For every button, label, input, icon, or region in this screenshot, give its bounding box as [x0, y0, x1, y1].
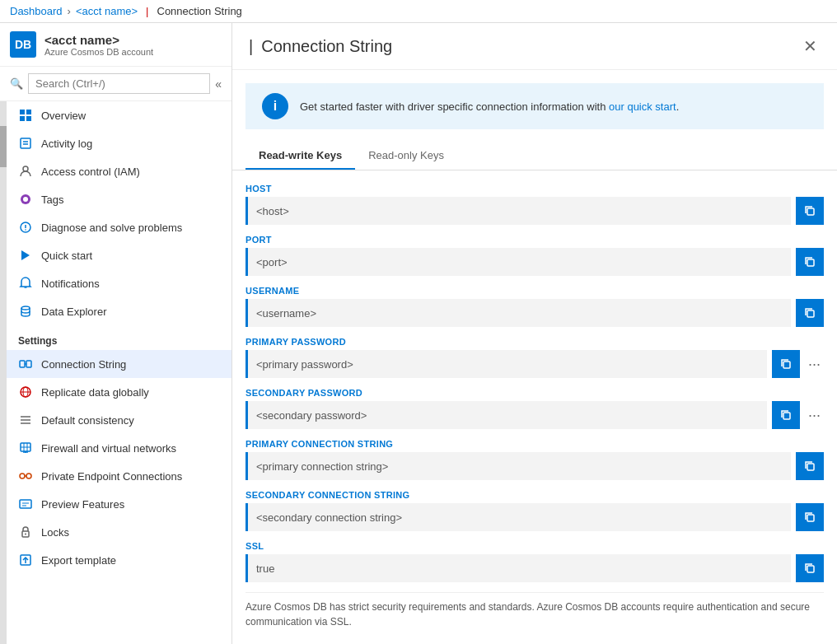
sidebar-item-export-label: Export template: [41, 554, 116, 567]
copy-button-username[interactable]: [796, 299, 824, 327]
export-icon: [18, 553, 33, 567]
copy-button-ssl[interactable]: [796, 554, 824, 582]
iam-icon: [18, 164, 33, 179]
sidebar-item-locks-label: Locks: [41, 526, 69, 539]
sidebar-item-firewall[interactable]: Firewall and virtual networks: [7, 434, 231, 462]
sidebar-item-replicate[interactable]: Replicate data globally: [7, 378, 231, 406]
svg-rect-46: [807, 464, 814, 470]
sidebar-item-firewall-label: Firewall and virtual networks: [41, 442, 176, 455]
svg-rect-44: [783, 362, 790, 368]
tab-read-write[interactable]: Read-write Keys: [245, 142, 355, 170]
sidebar-item-activity-log-label: Activity log: [41, 138, 92, 150]
search-input[interactable]: [28, 73, 210, 94]
tab-read-only[interactable]: Read-only Keys: [355, 142, 457, 170]
sidebar-item-quickstart[interactable]: Quick start: [7, 241, 231, 269]
breadcrumb-divider: |: [146, 5, 148, 17]
close-button[interactable]: ✕: [800, 33, 821, 59]
copy-button-secondary-password[interactable]: [772, 401, 800, 429]
preview-icon: [18, 497, 33, 511]
info-bar: i Get started faster with driver specifi…: [245, 83, 824, 129]
sidebar-item-consistency[interactable]: Default consistency: [7, 406, 231, 434]
field-row-secondary-connection-string: [245, 503, 824, 531]
collapse-icon[interactable]: «: [215, 77, 222, 91]
copy-button-host[interactable]: [796, 197, 824, 225]
settings-section-label: Settings: [7, 325, 231, 350]
breadcrumb-dashboard[interactable]: Dashboard: [10, 5, 63, 17]
sidebar-item-connection-string[interactable]: Connection String: [7, 350, 231, 378]
field-label-secondary-connection-string: SECONDARY CONNECTION STRING: [245, 490, 824, 500]
sidebar-item-diagnose[interactable]: Diagnose and solve problems: [7, 213, 231, 241]
search-icon: 🔍: [10, 77, 23, 90]
sidebar-item-notifications[interactable]: Notifications: [7, 269, 231, 297]
field-label-primary-password: PRIMARY PASSWORD: [245, 337, 824, 347]
sidebar-item-iam[interactable]: Access control (IAM): [7, 157, 231, 185]
field-group-primary-password: PRIMARY PASSWORD···: [245, 337, 824, 378]
quickstart-link[interactable]: our quick start: [609, 100, 676, 113]
sidebar-item-export[interactable]: Export template: [7, 546, 231, 574]
more-button-primary-password[interactable]: ···: [805, 356, 824, 373]
breadcrumb-sep1: ›: [68, 5, 71, 17]
field-label-username: USERNAME: [245, 286, 824, 296]
sidebar-item-overview[interactable]: Overview: [7, 101, 231, 129]
quickstart-icon: [18, 248, 33, 263]
svg-rect-43: [807, 310, 814, 317]
svg-point-12: [25, 229, 26, 231]
info-icon: i: [262, 93, 288, 119]
field-row-secondary-password: ···: [245, 401, 824, 429]
sidebar-item-quickstart-label: Quick start: [41, 250, 92, 262]
sidebar-item-data-explorer-label: Data Explorer: [41, 306, 106, 318]
field-input-secondary-password[interactable]: [245, 401, 767, 429]
breadcrumb-current: Connection String: [157, 5, 242, 17]
field-group-primary-connection-string: PRIMARY CONNECTION STRING: [245, 439, 824, 480]
field-group-host: HOST: [245, 184, 824, 225]
tags-icon: [18, 192, 33, 207]
field-label-secondary-password: SECONDARY PASSWORD: [245, 388, 824, 398]
tabs-container: Read-write Keys Read-only Keys: [232, 142, 837, 170]
content-title: Connection String: [261, 37, 392, 56]
notifications-icon: [18, 276, 33, 291]
svg-point-38: [25, 534, 26, 535]
field-label-port: PORT: [245, 235, 824, 245]
svg-rect-3: [26, 116, 31, 121]
field-group-username: USERNAME: [245, 286, 824, 327]
field-label-ssl: SSL: [245, 541, 824, 551]
svg-rect-45: [783, 413, 790, 419]
more-button-secondary-password[interactable]: ···: [805, 407, 824, 424]
sidebar-item-activity-log[interactable]: Activity log: [7, 129, 231, 157]
copy-button-primary-connection-string[interactable]: [796, 452, 824, 480]
svg-point-7: [23, 166, 28, 171]
svg-point-9: [23, 197, 28, 202]
field-row-host: [245, 197, 824, 225]
field-group-ssl: SSL: [245, 541, 824, 582]
field-group-port: PORT: [245, 235, 824, 276]
sidebar-item-locks[interactable]: Locks: [7, 518, 231, 546]
field-input-host[interactable]: [245, 197, 791, 225]
sidebar-item-overview-label: Overview: [41, 110, 86, 122]
field-input-ssl[interactable]: [245, 554, 791, 582]
field-input-primary-connection-string[interactable]: [245, 452, 791, 480]
sidebar-item-data-explorer[interactable]: Data Explorer: [7, 297, 231, 325]
svg-rect-4: [21, 138, 30, 148]
copy-button-secondary-connection-string[interactable]: [796, 503, 824, 531]
field-group-secondary-connection-string: SECONDARY CONNECTION STRING: [245, 490, 824, 531]
field-label-primary-connection-string: PRIMARY CONNECTION STRING: [245, 439, 824, 449]
field-input-port[interactable]: [245, 248, 791, 276]
field-input-primary-password[interactable]: [245, 350, 767, 378]
svg-point-32: [26, 474, 31, 478]
replicate-icon: [18, 385, 33, 399]
sidebar-item-tags[interactable]: Tags: [7, 185, 231, 213]
sidebar-item-preview[interactable]: Preview Features: [7, 490, 231, 518]
account-subtitle: Azure Cosmos DB account: [44, 47, 153, 57]
field-input-secondary-connection-string[interactable]: [245, 503, 791, 531]
field-row-primary-connection-string: [245, 452, 824, 480]
field-input-username[interactable]: [245, 299, 791, 327]
copy-button-port[interactable]: [796, 248, 824, 276]
sidebar-item-iam-label: Access control (IAM): [41, 166, 140, 178]
breadcrumb-acct[interactable]: <acct name>: [76, 5, 138, 17]
sidebar-item-private-endpoint[interactable]: Private Endpoint Connections: [7, 462, 231, 490]
content-header: | Connection String ✕: [232, 23, 837, 70]
copy-button-primary-password[interactable]: [772, 350, 800, 378]
data-explorer-icon: [18, 304, 33, 319]
scroll-thumb[interactable]: [0, 126, 7, 167]
private-endpoint-icon: [18, 469, 33, 483]
